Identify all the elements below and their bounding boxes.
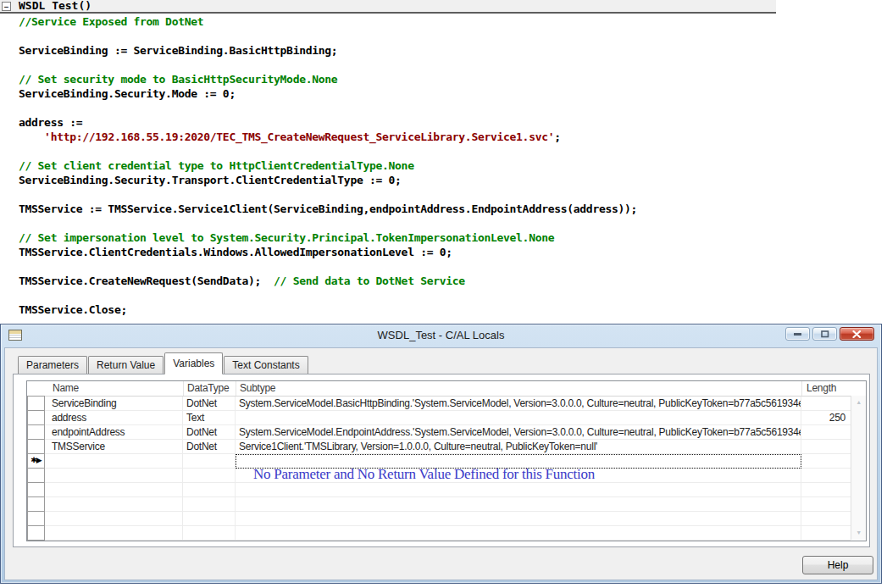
code-line: // Set client credential type to HttpCli… (19, 158, 637, 173)
code-string: 'http://192.168.55.19:2020/TEC_TMS_Creat… (44, 130, 554, 143)
tab-return-value[interactable]: Return Value (88, 356, 164, 374)
cell-subtype[interactable] (236, 512, 801, 526)
cell-length[interactable] (801, 526, 851, 541)
code-text: address := (19, 116, 82, 129)
header-datatype[interactable]: DataType (184, 381, 236, 396)
row-selector[interactable] (27, 496, 45, 512)
help-button[interactable]: Help (802, 556, 873, 574)
variables-panel: Name DataType Subtype Length ServiceBind… (13, 374, 870, 547)
row-selector[interactable] (27, 482, 45, 497)
header-length[interactable]: Length (802, 381, 851, 396)
cell-datatype[interactable] (183, 512, 236, 526)
cell-datatype[interactable]: Text (183, 411, 236, 425)
row-selector[interactable] (27, 525, 45, 541)
cell-subtype[interactable] (236, 497, 801, 512)
cell-length[interactable] (801, 440, 851, 454)
cell-length[interactable] (801, 497, 851, 512)
header-selector-cell (27, 381, 46, 396)
tab-variables[interactable]: Variables (164, 352, 223, 374)
code-comment: // Set client credential type to HttpCli… (19, 159, 414, 172)
table-row[interactable]: endpointAddressDotNetSystem.ServiceModel… (27, 425, 866, 440)
cell-datatype[interactable] (183, 469, 236, 483)
cell-length[interactable]: 250 (801, 411, 851, 425)
cell-length[interactable] (801, 454, 851, 469)
cell-subtype[interactable] (236, 526, 801, 541)
cell-length[interactable] (801, 483, 851, 497)
current-row-marker-icon: ✱▶ (30, 456, 41, 464)
tab-text-constants[interactable]: Text Constants (224, 356, 308, 374)
tab-strip: ParametersReturn ValueVariablesText Cons… (18, 352, 309, 374)
cell-name[interactable] (45, 512, 183, 526)
code-line: TMSService.CreateNewRequest(SendData); /… (19, 274, 637, 288)
code-text (19, 130, 44, 143)
code-line (19, 187, 637, 202)
code-lines[interactable]: //Service Exposed from DotNetServiceBind… (19, 14, 637, 317)
code-text: TMSService := TMSService.Service1Client(… (19, 202, 637, 215)
cell-datatype[interactable] (183, 483, 236, 497)
minimize-button[interactable] (785, 327, 810, 341)
close-button[interactable] (840, 327, 874, 341)
code-text: ServiceBinding.Security.Transport.Client… (19, 174, 402, 186)
code-line: TMSService.ClientCredentials.Windows.All… (19, 245, 637, 259)
vertical-scrollbar[interactable]: ▲ ▼ (851, 396, 866, 540)
close-icon (852, 330, 862, 338)
empty-row[interactable] (27, 483, 866, 497)
table-row[interactable]: addressText250 (27, 411, 866, 425)
cell-length[interactable] (801, 397, 851, 411)
cell-datatype[interactable]: DotNet (183, 397, 236, 411)
row-selector[interactable] (27, 424, 45, 440)
empty-row[interactable] (27, 526, 866, 541)
cell-name[interactable] (45, 526, 183, 541)
row-selector[interactable] (27, 468, 45, 483)
row-selector[interactable] (27, 439, 45, 454)
table-row[interactable]: ServiceBindingDotNetSystem.ServiceModel.… (27, 397, 866, 411)
header-subtype[interactable]: Subtype (236, 381, 802, 396)
cell-name[interactable] (45, 497, 183, 512)
cell-subtype[interactable]: System.ServiceModel.EndpointAddress.'Sys… (236, 425, 801, 440)
cell-name[interactable] (45, 454, 183, 469)
cell-datatype[interactable] (183, 526, 236, 541)
code-line: 'http://192.168.55.19:2020/TEC_TMS_Creat… (19, 130, 637, 144)
header-name[interactable]: Name (46, 381, 184, 396)
cell-datatype[interactable] (183, 497, 236, 512)
cell-subtype[interactable] (236, 483, 801, 497)
code-line: ServiceBinding.Security.Mode := 0; (19, 86, 637, 101)
scroll-up-icon[interactable]: ▲ (851, 396, 866, 409)
row-selector[interactable] (27, 396, 45, 411)
row-selector[interactable]: ✱▶ (27, 453, 45, 469)
scroll-down-icon[interactable]: ▼ (851, 526, 866, 540)
code-text: TMSService.Close; (19, 303, 127, 316)
cell-name[interactable]: address (45, 411, 183, 425)
collapse-icon[interactable]: − (2, 2, 11, 11)
function-name: WSDL Test() (19, 0, 91, 12)
cell-datatype[interactable] (183, 454, 236, 469)
empty-row[interactable] (27, 497, 866, 512)
locals-dialog: WSDL_Test - C/AL Locals ParametersReturn… (0, 324, 882, 584)
cell-subtype[interactable] (236, 411, 801, 425)
code-line: // Set impersonation level to System.Sec… (19, 230, 637, 245)
row-selector[interactable] (27, 511, 45, 526)
tab-parameters[interactable]: Parameters (18, 356, 87, 374)
cell-subtype[interactable]: Service1Client.'TMSLibrary, Version=1.0.… (236, 440, 801, 454)
cell-length[interactable] (801, 425, 851, 440)
restore-button[interactable] (812, 327, 837, 341)
cell-length[interactable] (801, 512, 851, 526)
cell-datatype[interactable]: DotNet (183, 440, 236, 454)
cell-length[interactable] (801, 469, 851, 483)
annotation-text: No Parameter and No Return Value Defined… (253, 466, 595, 483)
cell-name[interactable] (45, 483, 183, 497)
row-selector[interactable] (27, 410, 45, 425)
cell-datatype[interactable]: DotNet (183, 425, 236, 440)
table-row[interactable]: TMSServiceDotNetService1Client.'TMSLibra… (27, 440, 866, 454)
code-text: TMSService.CreateNewRequest(SendData); (19, 275, 274, 287)
cell-name[interactable] (45, 469, 183, 483)
cell-name[interactable]: ServiceBinding (45, 397, 183, 411)
code-line (19, 144, 637, 158)
dialog-titlebar[interactable]: WSDL_Test - C/AL Locals (1, 325, 881, 347)
cell-name[interactable]: TMSService (45, 440, 183, 454)
empty-row[interactable] (27, 512, 866, 526)
cell-name[interactable]: endpointAddress (45, 425, 183, 440)
screen: − WSDL Test() //Service Exposed from Dot… (0, 0, 887, 588)
code-line: TMSService.Close; (19, 302, 637, 317)
cell-subtype[interactable]: System.ServiceModel.BasicHttpBinding.'Sy… (236, 397, 801, 411)
